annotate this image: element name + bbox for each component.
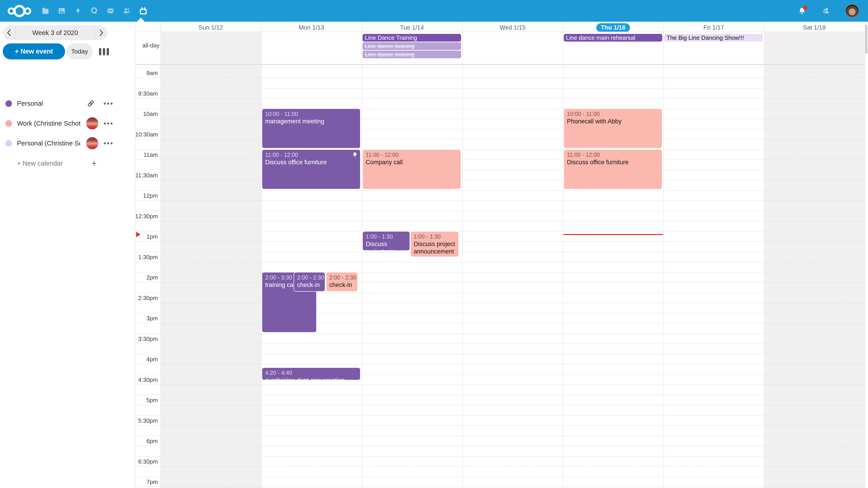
calendar-menu-button[interactable]: [104, 123, 113, 125]
column-border: [362, 22, 362, 488]
quarter-gridline: [135, 180, 865, 181]
all-day-event[interactable]: Line dance training: [363, 51, 461, 58]
contacts-icon[interactable]: [123, 6, 131, 15]
shared-by-avatar: [85, 117, 99, 129]
day-header[interactable]: Fri 1/17: [663, 24, 764, 32]
calendar-color-dot: [5, 100, 12, 107]
event-title: Discuss office furniture: [265, 159, 357, 166]
event[interactable]: 11:00 - 12:00Discuss office furniture: [563, 149, 662, 189]
quarter-gridline: [135, 221, 865, 221]
event-time: 10:00 - 11:00: [567, 110, 659, 118]
notification-badge: [803, 5, 807, 10]
activity-icon[interactable]: [74, 6, 82, 15]
sidebar: Week 3 of 2020 + New event Today Persona…: [0, 22, 135, 488]
all-day-event[interactable]: Line Dance Training: [363, 34, 461, 41]
event[interactable]: 10:00 - 11:00Phonecall with Abby: [563, 108, 662, 149]
vertical-scrollbar[interactable]: [865, 25, 867, 54]
time-axis-label: 10:30am: [135, 130, 158, 138]
calendar-list-item-personal-christine[interactable]: Personal (Christine Scho…: [0, 135, 135, 151]
event-title: management meeting: [265, 118, 357, 125]
all-day-event[interactable]: Line dance main rehearsal: [564, 34, 662, 41]
calendar-color-dot: [5, 140, 12, 147]
week-label[interactable]: Week 3 of 2020: [16, 25, 94, 40]
calendar-name: Work (Christine Schott): [17, 120, 80, 127]
event[interactable]: 11:00 - 12:00Discuss office furniture: [262, 149, 361, 189]
day-header[interactable]: Tue 1/14: [362, 24, 462, 32]
new-calendar-button[interactable]: + New calendar +: [0, 155, 135, 171]
hour-gridline: [135, 313, 865, 313]
hour-gridline: [135, 252, 865, 252]
event-time: 2:00 - 2:30: [297, 274, 322, 281]
column-border: [865, 22, 865, 488]
hour-gridline: [135, 395, 865, 395]
hour-gridline: [135, 415, 865, 416]
quarter-gridline: [135, 78, 865, 78]
time-axis-label: 3pm: [135, 314, 158, 322]
hour-gridline: [135, 456, 865, 457]
nextcloud-logo-icon[interactable]: [8, 5, 31, 17]
today-button[interactable]: Today: [66, 43, 93, 59]
calendar-icon[interactable]: [139, 6, 147, 15]
event-time: 1:00 - 1:30: [414, 233, 456, 240]
time-axis-label: 2:30pm: [135, 294, 158, 302]
link-icon[interactable]: [84, 99, 98, 108]
quarter-gridline: [135, 446, 865, 446]
event-time: 2:00 - 2:30: [329, 274, 354, 281]
event[interactable]: 11:00 - 12:00Company call: [362, 149, 461, 189]
photos-icon[interactable]: [57, 6, 66, 15]
talk-icon[interactable]: [90, 6, 98, 15]
quarter-gridline: [135, 487, 865, 487]
next-week-button[interactable]: [94, 25, 107, 40]
event-time: 4:20 - 4:40: [265, 369, 357, 377]
user-avatar[interactable]: [845, 4, 859, 18]
top-bar: [0, 0, 868, 22]
new-event-button[interactable]: + New event: [3, 43, 65, 59]
calendar-list-item-personal[interactable]: Personal: [0, 95, 135, 111]
event-title: Discuss project announcement: [414, 240, 456, 255]
calendar-name: Personal (Christine Scho…: [17, 140, 80, 147]
day-header[interactable]: Sat 1/18: [764, 24, 865, 32]
all-day-event[interactable]: Line dance training: [363, 42, 461, 50]
day-header[interactable]: Wed 1/15: [462, 24, 563, 32]
time-axis-label: 12pm: [135, 192, 158, 200]
quarter-gridline: [135, 303, 865, 303]
shared-by-avatar: [85, 137, 99, 149]
hour-gridline: [135, 333, 865, 334]
all-day-event[interactable]: The Big Line Dancing Show!!!: [664, 34, 763, 41]
column-border: [160, 22, 161, 488]
day-header[interactable]: Sun 1/12: [160, 24, 261, 32]
hour-gridline: [135, 293, 865, 293]
contacts-menu-icon[interactable]: [822, 6, 831, 15]
quarter-gridline: [135, 139, 865, 140]
hour-gridline: [135, 149, 865, 150]
hour-gridline: [135, 435, 865, 436]
notifications-bell-icon[interactable]: [798, 6, 807, 15]
quarter-gridline: [135, 262, 865, 262]
event[interactable]: 1:00 - 1:30Discuss project announcement: [410, 231, 459, 257]
current-time-arrow: [136, 232, 141, 237]
quarter-gridline: [135, 385, 865, 385]
column-border: [261, 22, 261, 488]
calendar-menu-button[interactable]: [104, 142, 113, 144]
day-header[interactable]: Mon 1/13: [261, 24, 362, 32]
view-switcher-button[interactable]: [99, 48, 109, 55]
calendar-menu-button[interactable]: [104, 103, 113, 105]
calendar-list-item-work[interactable]: Work (Christine Schott): [0, 115, 135, 131]
mail-icon[interactable]: [106, 6, 115, 15]
event[interactable]: 4:20 - 4:40purchasing dept conversation: [262, 367, 361, 380]
day-header[interactable]: Thu 1/16: [563, 24, 663, 32]
event[interactable]: 2:00 - 2:30check-in: [293, 272, 325, 292]
event[interactable]: 2:00 - 2:30check-in: [326, 272, 358, 292]
quarter-gridline: [135, 323, 865, 324]
hour-gridline: [135, 190, 865, 191]
time-axis-label: 9am: [135, 69, 158, 77]
files-icon[interactable]: [41, 6, 50, 15]
event[interactable]: 10:00 - 11:00management meeting: [262, 108, 361, 149]
header-border: [135, 32, 865, 32]
event[interactable]: 1:00 - 1:30Discuss project ann: [362, 231, 410, 251]
event-title: check-in: [329, 281, 354, 289]
previous-week-button[interactable]: [3, 25, 16, 40]
time-axis-label: 11:30am: [135, 171, 158, 180]
quarter-gridline: [135, 200, 865, 201]
new-calendar-label: + New calendar: [17, 160, 63, 167]
